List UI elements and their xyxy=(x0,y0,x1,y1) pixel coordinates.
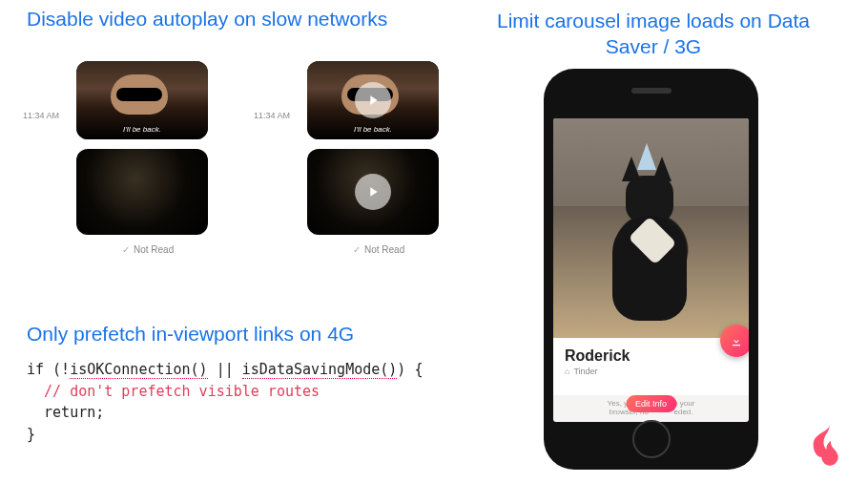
profile-photo[interactable] xyxy=(553,118,749,338)
profile-sub-label: Tinder xyxy=(573,367,597,376)
chat-timestamp: 11:34 AM xyxy=(23,111,59,120)
chat-col-autoplay-off: 11:34 AM I'll be back. ✓ Not Read xyxy=(258,59,465,279)
chat-col-autoplay-on: 11:34 AM I'll be back. ✓ Not Read xyxy=(27,59,235,279)
code-cond: isOKConnection() xyxy=(70,361,208,379)
code-text: } xyxy=(27,426,35,443)
hint-text: eded. xyxy=(674,408,693,416)
code-return: return xyxy=(27,404,95,421)
chat-bubble-video: I'll be back. xyxy=(307,61,439,139)
code-cond: isDataSavingMode() xyxy=(242,361,398,379)
play-icon[interactable] xyxy=(355,174,391,210)
heading-prefetch: Only prefetch in-viewport links on 4G xyxy=(27,323,354,346)
video-thumbnail xyxy=(76,149,208,235)
edit-info-button[interactable]: Edit Info xyxy=(626,395,676,412)
tinder-logo-icon xyxy=(805,420,855,470)
read-status: ✓ Not Read xyxy=(122,244,174,255)
heading-autoplay: Disable video autoplay on slow networks xyxy=(27,8,387,31)
video-caption: I'll be back. xyxy=(307,125,439,134)
profile-info: Roderick ⌂ Tinder xyxy=(553,338,749,395)
phone-mockup: Roderick ⌂ Tinder Yes, you can in your b… xyxy=(544,69,758,470)
code-text: || xyxy=(208,361,242,378)
phone-screen: Roderick ⌂ Tinder Yes, you can in your b… xyxy=(553,118,749,422)
read-status: ✓ Not Read xyxy=(353,244,404,255)
read-status-label: Not Read xyxy=(134,244,174,255)
code-text: ; xyxy=(95,404,104,421)
check-icon: ✓ xyxy=(353,244,361,255)
profile-name: Roderick xyxy=(565,347,737,365)
code-comment: // don't prefetch visible routes xyxy=(27,383,320,400)
chat-comparison: 11:34 AM I'll be back. ✓ Not Read 11:34 … xyxy=(27,59,465,279)
video-caption: I'll be back. xyxy=(76,125,208,134)
chat-bubble-video: I'll be back. xyxy=(76,61,208,139)
read-status-label: Not Read xyxy=(364,244,404,255)
download-fab[interactable] xyxy=(720,325,749,357)
heading-carousel: Limit carousel image loads on Data Saver… xyxy=(491,8,816,60)
chat-timestamp: 11:34 AM xyxy=(254,111,290,120)
code-text: ) { xyxy=(397,361,423,378)
check-icon: ✓ xyxy=(122,244,130,255)
code-text: if (! xyxy=(27,361,70,378)
code-snippet: if (!isOKConnection() || isDataSavingMod… xyxy=(27,359,423,445)
chat-bubble-video xyxy=(307,149,439,235)
play-icon[interactable] xyxy=(355,82,391,118)
chat-bubble-video xyxy=(76,149,208,235)
shield-icon: ⌂ xyxy=(565,367,569,376)
profile-subline: ⌂ Tinder xyxy=(565,367,737,376)
